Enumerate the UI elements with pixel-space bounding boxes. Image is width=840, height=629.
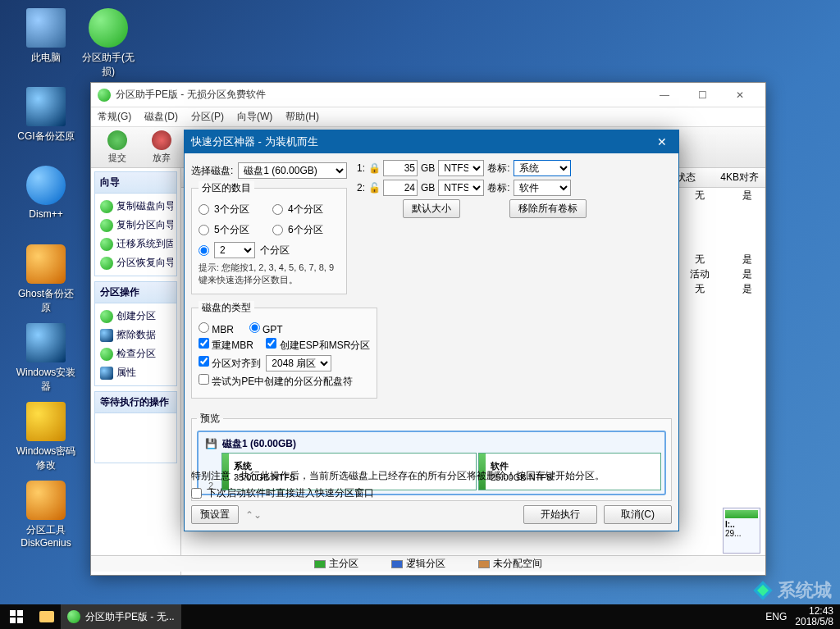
cancel-button[interactable]: 取消(C) bbox=[604, 505, 672, 524]
chevron-icon[interactable]: ⌃⌄ bbox=[245, 509, 262, 521]
tool-commit[interactable]: 提交 bbox=[98, 130, 137, 164]
check-icon bbox=[107, 130, 127, 150]
radio-3-partitions[interactable]: 3个分区 bbox=[199, 203, 266, 217]
dialog-close-button[interactable]: ✕ bbox=[652, 135, 672, 148]
vol-select-2[interactable]: 软件 bbox=[514, 180, 571, 196]
desktop-icon-dism[interactable]: Dism++ bbox=[15, 166, 77, 220]
tool-discard[interactable]: 放弃 bbox=[142, 130, 181, 164]
pending-panel-title: 等待执行的操作 bbox=[95, 392, 176, 413]
remove-labels-button[interactable]: 移除所有卷标 bbox=[509, 199, 587, 218]
legend: 主分区 逻辑分区 未分配空间 bbox=[91, 555, 765, 572]
desktop-icon-password[interactable]: Windows密码修改 bbox=[15, 402, 77, 472]
wizard-icon bbox=[100, 200, 113, 213]
pending-panel: 等待执行的操作 bbox=[94, 391, 177, 463]
disk-type-fieldset: 磁盘的类型 MBR GPT 重建MBR 创建ESP和MSR分区 分区对齐到 20… bbox=[191, 301, 377, 399]
menu-general[interactable]: 常规(G) bbox=[98, 110, 131, 124]
menu-disk[interactable]: 磁盘(D) bbox=[144, 110, 178, 124]
wizard-copy-partition[interactable]: 复制分区向导 bbox=[98, 216, 173, 235]
minimize-button[interactable]: — bbox=[646, 83, 683, 107]
align-select[interactable]: 2048 扇区 bbox=[266, 355, 331, 371]
menu-help[interactable]: 帮助(H) bbox=[285, 110, 319, 124]
op-create-partition[interactable]: 创建分区 bbox=[98, 307, 173, 326]
size-input-2[interactable] bbox=[383, 180, 418, 196]
legend-logical: 逻辑分区 bbox=[391, 557, 445, 571]
op-check-partition[interactable]: 检查分区 bbox=[98, 344, 173, 363]
radio-5-partitions[interactable]: 5个分区 bbox=[199, 223, 266, 237]
start-button[interactable] bbox=[0, 604, 33, 629]
wizard-recover-partition[interactable]: 分区恢复向导 bbox=[98, 253, 173, 272]
radio-6-partitions[interactable]: 6个分区 bbox=[272, 223, 340, 237]
desktop-icon-this-pc[interactable]: 此电脑 bbox=[15, 8, 77, 65]
check-create-esp[interactable]: 创建ESP和MSR分区 bbox=[266, 338, 370, 353]
check-open-next-time[interactable]: 下次启动软件时直接进入快速分区窗口 bbox=[191, 486, 672, 500]
window-title: 分区助手PE版 - 无损分区免费软件 bbox=[116, 88, 646, 102]
desktop-icon-cgi-backup[interactable]: CGI备份还原 bbox=[15, 87, 77, 144]
desktop-icon-partition-assistant[interactable]: 分区助手(无损) bbox=[77, 8, 139, 79]
disk-type-legend: 磁盘的类型 bbox=[199, 301, 254, 315]
radio-4-partitions[interactable]: 4个分区 bbox=[272, 203, 340, 217]
menubar: 常规(G) 磁盘(D) 分区(P) 向导(W) 帮助(H) bbox=[91, 107, 765, 127]
fs-select-1[interactable]: NTFS bbox=[438, 160, 484, 176]
check-try-pe[interactable]: 尝试为PE中创建的分区分配盘符 bbox=[199, 374, 353, 389]
maximize-button[interactable]: ☐ bbox=[683, 83, 721, 107]
desktop-icon-diskgenius[interactable]: 分区工具DiskGenius bbox=[15, 481, 77, 549]
taskbar: 分区助手PE版 - 无... ENG 12:43 2018/5/8 bbox=[0, 604, 840, 629]
fs-select-2[interactable]: NTFS bbox=[438, 180, 484, 196]
svg-rect-4 bbox=[10, 618, 16, 623]
menu-partition[interactable]: 分区(P) bbox=[191, 110, 224, 124]
legend-unalloc: 未分配空间 bbox=[478, 557, 542, 571]
tray-date[interactable]: 2018/5/8 bbox=[795, 617, 833, 627]
tray-lang[interactable]: ENG bbox=[765, 611, 787, 622]
wizard-panel: 向导 复制磁盘向导 复制分区向导 迁移系统到固 分区恢复向导 bbox=[94, 171, 177, 276]
wizard-migrate-os[interactable]: 迁移系统到固 bbox=[98, 235, 173, 253]
x-icon bbox=[152, 130, 171, 150]
select-disk-dropdown[interactable]: 磁盘1 (60.00GB) bbox=[238, 162, 347, 179]
info-icon bbox=[100, 367, 113, 380]
wizard-icon bbox=[100, 238, 113, 251]
lock-icon[interactable]: 🔒 bbox=[368, 162, 380, 174]
task-partition-assistant[interactable]: 分区助手PE版 - 无... bbox=[61, 604, 181, 629]
radio-custom-partitions[interactable]: 2 个分区 bbox=[199, 242, 340, 258]
desktop-icon-win-installer[interactable]: Windows安装器 bbox=[15, 323, 77, 394]
radio-gpt[interactable]: GPT bbox=[249, 322, 283, 335]
wizard-icon bbox=[100, 219, 113, 232]
watermark: 系统城 bbox=[751, 578, 832, 603]
radio-mbr[interactable]: MBR bbox=[199, 322, 234, 335]
ops-panel: 分区操作 创建分区 擦除数据 检查分区 属性 bbox=[94, 281, 177, 386]
preset-button[interactable]: 预设置 bbox=[191, 505, 239, 524]
warning-note: 特别注意：执行此操作后，当前所选磁盘上已经存在的所有分区将被删除！按回车键开始分… bbox=[191, 469, 672, 483]
close-button[interactable]: ✕ bbox=[721, 83, 759, 107]
add-icon bbox=[100, 310, 113, 323]
titlebar[interactable]: 分区助手PE版 - 无损分区免费软件 — ☐ ✕ bbox=[91, 83, 765, 107]
wizard-copy-disk[interactable]: 复制磁盘向导 bbox=[98, 197, 173, 216]
svg-rect-2 bbox=[10, 610, 16, 616]
menu-wizard[interactable]: 向导(W) bbox=[237, 110, 272, 124]
strip-partition-i[interactable]: I:.. 29... bbox=[723, 508, 760, 554]
start-button[interactable]: 开始执行 bbox=[523, 505, 597, 524]
check-rebuild-mbr[interactable]: 重建MBR bbox=[199, 338, 253, 353]
wizard-panel-title: 向导 bbox=[95, 172, 176, 194]
dialog-title: 快速分区神器 - 为装机而生 bbox=[191, 134, 318, 149]
svg-rect-5 bbox=[17, 618, 23, 623]
vol-select-1[interactable]: 系统 bbox=[514, 160, 571, 176]
system-tray: ENG 12:43 2018/5/8 bbox=[759, 606, 840, 627]
col-4kb-align[interactable]: 4KB对齐 bbox=[720, 171, 759, 185]
size-input-1[interactable] bbox=[383, 160, 418, 176]
check-align-to[interactable]: 分区对齐到 bbox=[199, 356, 261, 371]
select-disk-label: 选择磁盘: bbox=[191, 164, 233, 178]
count-hint: 提示: 您能按1, 2, 3, 4, 5, 6, 7, 8, 9键来快速选择分区… bbox=[199, 262, 340, 287]
task-file-explorer[interactable] bbox=[33, 604, 61, 629]
partition-count-fieldset: 分区的数目 3个分区 4个分区 5个分区 6个分区 2 个分区 提示: 您能按1… bbox=[191, 181, 347, 294]
dialog-titlebar[interactable]: 快速分区神器 - 为装机而生 ✕ bbox=[185, 130, 678, 153]
op-properties[interactable]: 属性 bbox=[98, 363, 173, 382]
partition-row-2: 2: 🔓 GB NTFS 卷标: 软件 bbox=[354, 180, 672, 196]
op-wipe-data[interactable]: 擦除数据 bbox=[98, 326, 173, 344]
custom-count-select[interactable]: 2 bbox=[214, 242, 255, 258]
folder-icon bbox=[39, 611, 54, 622]
ops-panel-title: 分区操作 bbox=[95, 282, 176, 303]
legend-primary: 主分区 bbox=[314, 557, 358, 571]
default-size-button[interactable]: 默认大小 bbox=[403, 199, 460, 218]
check-icon bbox=[100, 348, 113, 361]
desktop-icon-ghost[interactable]: Ghost备份还原 bbox=[15, 244, 77, 315]
unlock-icon[interactable]: 🔓 bbox=[368, 182, 380, 194]
